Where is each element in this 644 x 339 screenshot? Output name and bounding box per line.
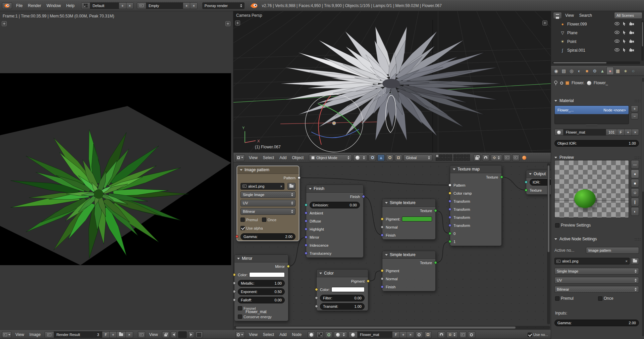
info-editor-icon[interactable] xyxy=(2,2,12,9)
open-image-button[interactable] xyxy=(287,183,296,190)
socket-image-pattern-out-pattern[interactable] xyxy=(298,176,301,179)
region-expand-icon[interactable] xyxy=(225,21,230,26)
panel-grip-icon[interactable] xyxy=(634,238,641,241)
remove-slot-button[interactable]: − xyxy=(631,113,638,119)
active-node-panel-header[interactable]: Active Node Settings xyxy=(554,236,642,242)
node-image-pattern[interactable]: Image patternPatternaloe1.png×Single Ima… xyxy=(237,166,299,241)
socket-texmap-in-1[interactable] xyxy=(448,240,451,243)
mode-select[interactable]: Object Mode xyxy=(309,154,352,161)
checkbox-once[interactable]: Once xyxy=(262,217,276,222)
socket-texmap-in-transform4[interactable] xyxy=(448,224,451,227)
select-icon[interactable] xyxy=(623,30,626,36)
gamma-slider[interactable]: Gamma: 2.00 xyxy=(554,320,639,326)
image-source-select[interactable]: Single Image xyxy=(554,268,639,275)
shader-nodes-toggle[interactable] xyxy=(308,331,315,338)
tab-material[interactable]: ● xyxy=(606,67,614,75)
texture-nodes-toggle[interactable] xyxy=(316,331,324,338)
tab-particles[interactable]: ∗ xyxy=(622,67,629,75)
open-image-button[interactable] xyxy=(117,332,126,338)
checkbox-conserve-energy[interactable]: Conserve energy xyxy=(238,314,272,319)
pivot-center-button[interactable] xyxy=(369,154,376,161)
new-material-button[interactable]: + xyxy=(400,332,407,338)
dropdown-uv[interactable]: UV xyxy=(240,200,296,206)
socket-image-pattern-in-gamma[interactable] xyxy=(235,235,238,238)
breadcrumb-material[interactable]: Flower_ xyxy=(594,81,608,85)
socket-color-in-color[interactable] xyxy=(315,288,318,291)
fake-user-button[interactable]: F xyxy=(617,129,625,135)
socket-simple2-in-normal[interactable] xyxy=(381,277,384,280)
outliner-hscrollbar[interactable] xyxy=(552,61,640,64)
properties-vscrollbar[interactable] xyxy=(642,78,644,336)
panel-grip-icon[interactable] xyxy=(634,156,641,159)
outliner-item-plane[interactable]: ▽Plane xyxy=(551,29,644,37)
zoom-icon[interactable] xyxy=(468,331,475,338)
socket-output-in-texture[interactable] xyxy=(525,189,528,192)
render-opengl-button[interactable] xyxy=(503,154,511,161)
tab-scene[interactable]: ◎ xyxy=(568,67,575,75)
socket-mirror-in-metallic[interactable] xyxy=(233,282,236,285)
checkbox-use-alpha[interactable]: Use alpha xyxy=(240,226,263,230)
menu-search[interactable]: Search xyxy=(577,12,595,18)
menu-help[interactable]: Help xyxy=(63,3,77,9)
layout-close-button[interactable]: × xyxy=(126,3,133,9)
select-icon[interactable] xyxy=(623,39,626,44)
preview-flat-button[interactable]: — xyxy=(631,160,639,169)
tab-world[interactable]: ◐ xyxy=(576,67,583,75)
node-texmap[interactable]: Texture mapTexturePatternColor rampTrans… xyxy=(450,165,502,246)
object-ior-slider[interactable]: Object IOR: 1.00 xyxy=(554,140,639,147)
slider-transmit[interactable]: Transmit:1.00 xyxy=(320,303,365,310)
snap-element-select[interactable] xyxy=(491,154,502,161)
outliner-item-flower-099[interactable]: ●Flower.099 xyxy=(551,20,644,29)
fake-user-button[interactable]: F xyxy=(392,332,400,338)
collapse-icon[interactable] xyxy=(240,169,243,171)
unlink-image-button[interactable]: × xyxy=(280,184,282,188)
users-count[interactable]: 101 xyxy=(606,129,617,135)
menu-select[interactable]: Select xyxy=(260,332,277,338)
viewport-3d-scene[interactable]: YX xyxy=(233,11,551,153)
socket-simple1-in-pigment[interactable] xyxy=(381,217,384,221)
material-browse-icon[interactable] xyxy=(555,129,564,135)
editor-type-button[interactable] xyxy=(2,331,11,338)
slot-value-field[interactable] xyxy=(178,331,187,338)
image-name[interactable]: Render Result xyxy=(54,332,94,338)
manipulator-translate-button[interactable] xyxy=(377,154,385,161)
collapse-icon[interactable] xyxy=(309,188,312,190)
material-name[interactable]: Flower_mat xyxy=(358,332,392,338)
socket-texmap-in-color-ramp[interactable] xyxy=(448,192,451,195)
render-icon[interactable] xyxy=(629,39,634,44)
collapse-icon[interactable] xyxy=(529,173,532,175)
material-name-field[interactable]: Flower_mat xyxy=(564,129,606,135)
socket-finish-in-diffuse[interactable] xyxy=(305,220,308,223)
menu-file[interactable]: File xyxy=(13,3,25,9)
socket-finish-in-translucency[interactable] xyxy=(305,252,308,255)
socket-mirror-out-mirror[interactable] xyxy=(287,265,290,268)
socket-mirror-in-exponent[interactable] xyxy=(233,290,236,293)
slider-emission[interactable]: Emission:0.00 xyxy=(310,202,360,208)
view-menu-secondary[interactable]: View xyxy=(147,332,161,338)
node-header-texmap[interactable]: Texture map xyxy=(450,165,501,173)
use-nodes-checkbox[interactable]: Use no... xyxy=(528,333,548,337)
socket-output-in-ior[interactable] xyxy=(525,181,528,184)
scene-close-button[interactable]: × xyxy=(190,3,197,9)
node-header-simple1[interactable]: Simple texture xyxy=(382,199,435,207)
tab-object[interactable]: ■ xyxy=(583,67,591,75)
select-icon[interactable] xyxy=(623,48,626,53)
menu-add[interactable]: Add xyxy=(277,332,289,338)
preview-settings-checkbox[interactable]: Preview Settings xyxy=(555,223,591,228)
socket-color-in-filter[interactable] xyxy=(315,296,318,299)
dropdown-bilinear[interactable]: Bilinear xyxy=(240,208,296,215)
socket-simple2-in-pigment[interactable] xyxy=(381,269,384,272)
tab-object-data[interactable]: ▲ xyxy=(599,67,606,75)
socket-texmap-in-transform1[interactable] xyxy=(448,200,451,203)
node-header-mirror[interactable]: Mirror xyxy=(234,255,288,262)
color-swatch[interactable] xyxy=(331,287,365,292)
layout-add-button[interactable]: + xyxy=(119,3,126,9)
slider-gamma[interactable]: Gamma:2.00 xyxy=(240,233,296,240)
checkbox-premul[interactable]: Premul xyxy=(240,217,258,222)
viewport-shading-select[interactable] xyxy=(353,154,367,161)
slider-exponent[interactable]: Exponent:0.50 xyxy=(238,288,285,295)
socket-simple1-out-texture[interactable] xyxy=(434,209,437,212)
tab-physics[interactable]: ○ xyxy=(630,67,637,75)
region-expand-icon[interactable] xyxy=(542,20,547,26)
node-simple2[interactable]: Simple textureTexturePigmentNormalFinish xyxy=(382,251,436,291)
